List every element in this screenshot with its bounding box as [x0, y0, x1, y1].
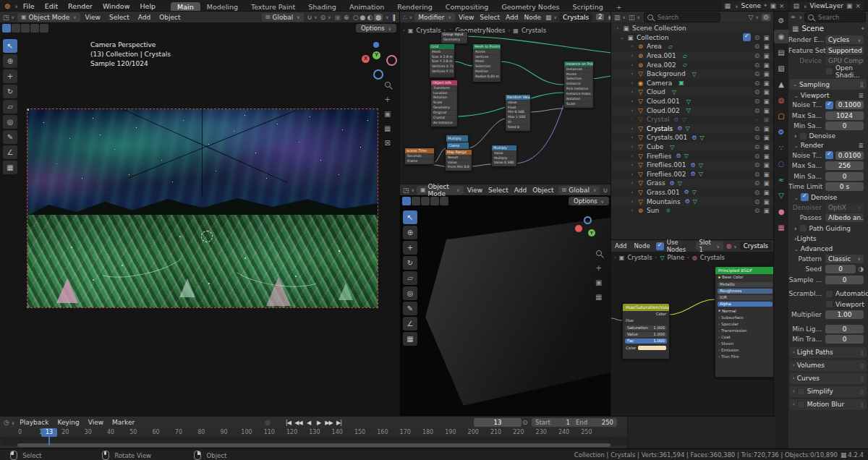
mode-dropdown[interactable]: ▣Object Mode∨ — [17, 13, 80, 22]
hide-viewport-icon[interactable]: ⊙ — [752, 207, 762, 214]
section-checkbox[interactable] — [797, 388, 805, 396]
outliner-item[interactable]: ◉ Camera ▣ ⊙ ▣ — [611, 79, 774, 88]
zoom-icon[interactable] — [595, 250, 602, 257]
tool-button[interactable]: ◎ — [3, 115, 17, 129]
sampling-section[interactable]: ⌄Sampling⣿ — [790, 79, 867, 90]
disable-render-icon[interactable]: ▣ — [762, 161, 771, 169]
seed-value[interactable]: 0 — [825, 265, 856, 273]
hide-viewport-icon[interactable]: ⊙ — [752, 70, 762, 77]
options-button[interactable]: Options ∨ — [356, 24, 396, 33]
breadcrumb-nodetree[interactable]: Crystals — [522, 27, 546, 34]
tool-button[interactable]: ▱ — [3, 100, 17, 114]
scene-collection-label[interactable]: Scene Collection — [632, 25, 686, 32]
transport-button[interactable]: ◀◀ — [294, 419, 303, 426]
properties-section[interactable]: › Simplify ⣿ — [790, 386, 867, 397]
properties-tab[interactable]: ▲ — [774, 77, 788, 91]
outliner-item[interactable]: ⊚ Area.001 ▱ ⊙ ▣ — [611, 51, 774, 61]
disable-render-icon[interactable]: ▣ — [762, 107, 771, 114]
node-menu-item[interactable]: View — [456, 14, 477, 21]
object-name[interactable]: Cloud.002 — [647, 107, 680, 114]
tool-button[interactable]: ↻ — [3, 85, 17, 98]
lock-icon[interactable]: ⊠ — [384, 139, 391, 147]
timeline-scrollbar[interactable] — [17, 443, 610, 447]
object-name[interactable]: Sun — [647, 207, 659, 214]
shader-menu-item[interactable]: Add — [611, 242, 630, 250]
workspace-tab[interactable]: Shading — [302, 2, 343, 12]
expand-icon[interactable] — [629, 80, 636, 86]
timeline-menu-item[interactable]: Keying — [53, 419, 83, 426]
properties-tab[interactable]: ◌ — [774, 157, 788, 171]
current-frame-field[interactable]: 13 — [474, 418, 522, 427]
workspace-tab[interactable]: Modeling — [200, 2, 244, 12]
transport-button[interactable]: ▶ — [314, 419, 323, 426]
shading-material-icon[interactable]: ◐ — [367, 14, 373, 21]
pan-hand-icon[interactable]: + — [384, 95, 391, 103]
select-mode-paint[interactable] — [40, 24, 48, 33]
hsv-hue-input[interactable]: Hue — [623, 318, 669, 324]
preset-icon[interactable]: ≣ — [858, 92, 864, 99]
outliner-item[interactable]: ▽ Grass.001 ⚙ ▽ ⊙ ▣ — [611, 188, 774, 197]
properties-tab[interactable]: ● — [774, 205, 788, 218]
properties-tab[interactable]: ▢ — [774, 109, 788, 123]
object-name[interactable]: Grass.001 — [647, 189, 680, 196]
node-map-range[interactable]: Map Range ResultValueFrom Min 0.0 — [445, 149, 472, 171]
render-max-value[interactable]: 256 — [825, 161, 864, 170]
open-shading-checkbox[interactable] — [825, 67, 833, 75]
expand-icon[interactable] — [629, 116, 636, 122]
viewport-main[interactable]: ◳∨ ▣Object Mode∨ ViewSelectAddObject ⊞Gl… — [0, 12, 400, 417]
properties-tab[interactable]: ⚙ — [774, 14, 788, 27]
camera-view-icon[interactable]: ▣ — [595, 278, 602, 286]
pan-hand-icon[interactable]: + — [595, 264, 602, 272]
denoise-checkbox[interactable] — [801, 193, 809, 201]
hsv-color-output[interactable]: Color — [623, 311, 669, 318]
expand-icon[interactable] — [629, 126, 636, 132]
node-multiply-2[interactable]: Multiply ValueMultiplyValue 0.500 — [491, 145, 517, 167]
pin-icon[interactable]: ⌖ — [861, 25, 864, 33]
bsdf-slider[interactable]: IOR — [718, 295, 773, 301]
navigation-gizmo[interactable]: X Y — [360, 41, 396, 78]
viewport-menu-item[interactable]: Select — [105, 14, 134, 21]
shading-solid-icon[interactable]: ● — [360, 14, 366, 21]
properties-tab[interactable]: ▧ — [774, 61, 788, 75]
expand-icon[interactable] — [629, 89, 636, 95]
noise-threshold-checkbox[interactable] — [825, 101, 833, 109]
topbar-menu-item[interactable]: Render — [63, 2, 98, 10]
section-checkbox[interactable] — [797, 401, 805, 409]
tool-button[interactable]: ↖ — [403, 210, 417, 224]
object-name[interactable]: Camera — [647, 80, 672, 87]
disable-render-icon[interactable]: ▣ — [762, 179, 771, 187]
expand-icon[interactable] — [629, 43, 636, 49]
bsdf-slider[interactable]: Alpha — [718, 302, 773, 307]
material-name-field[interactable]: Crystals — [740, 242, 772, 250]
properties-tab[interactable]: ▤ — [774, 46, 788, 59]
viewport-menu-item[interactable]: Select — [485, 187, 511, 194]
expand-icon[interactable] — [629, 171, 636, 177]
tool-button[interactable]: ▦ — [3, 161, 17, 174]
properties-filter-icon[interactable]: ≡ — [791, 14, 796, 20]
node-instance-on-points[interactable]: Instance on Points InstancesPointsSelect… — [563, 61, 594, 108]
expand-icon[interactable] — [629, 53, 636, 59]
hide-viewport-icon[interactable]: ⊙ — [752, 161, 762, 169]
outliner-item[interactable]: ▽ Crystals.001 ⚙ ▽ ⊙ ▣ — [611, 133, 774, 142]
properties-section[interactable]: › Light Paths ⣿ — [790, 347, 867, 358]
disable-render-icon[interactable]: ▣ — [762, 143, 771, 150]
properties-tab[interactable]: ≈ — [774, 173, 788, 187]
object-name[interactable]: Fireflies.001 — [647, 161, 686, 169]
outliner-item[interactable]: ⊚ Area.002 ▱ ⊙ ▣ — [611, 60, 774, 69]
denoiser-dropdown[interactable]: OptiX∨ — [825, 203, 864, 212]
hide-viewport-icon[interactable]: ⊙ — [752, 143, 762, 150]
workspace-tab[interactable]: Texture Paint — [244, 2, 302, 12]
expand-icon[interactable] — [629, 135, 636, 140]
disable-render-icon[interactable]: ▣ — [762, 153, 771, 160]
zoom-icon[interactable] — [384, 81, 391, 89]
topbar-menu-item[interactable]: File — [18, 2, 40, 10]
filter-icon[interactable]: ▽ — [749, 14, 754, 21]
outliner-item[interactable]: ▽ Fireflies ⚙ ▽ ⊙ ▣ — [611, 151, 774, 161]
outliner-search-input[interactable] — [656, 13, 710, 22]
gizmo-toggle-icon[interactable]: ▣ — [335, 14, 341, 21]
tool-button[interactable]: ▱ — [403, 271, 417, 285]
bsdf-fold-section[interactable]: Coat — [715, 334, 775, 341]
outliner-item[interactable]: ⊚ Sun ☼ ⊙ ▣ — [611, 206, 774, 216]
current-frame-marker[interactable]: 13 — [41, 428, 57, 437]
hide-viewport-icon[interactable]: ⊙ — [752, 134, 762, 141]
